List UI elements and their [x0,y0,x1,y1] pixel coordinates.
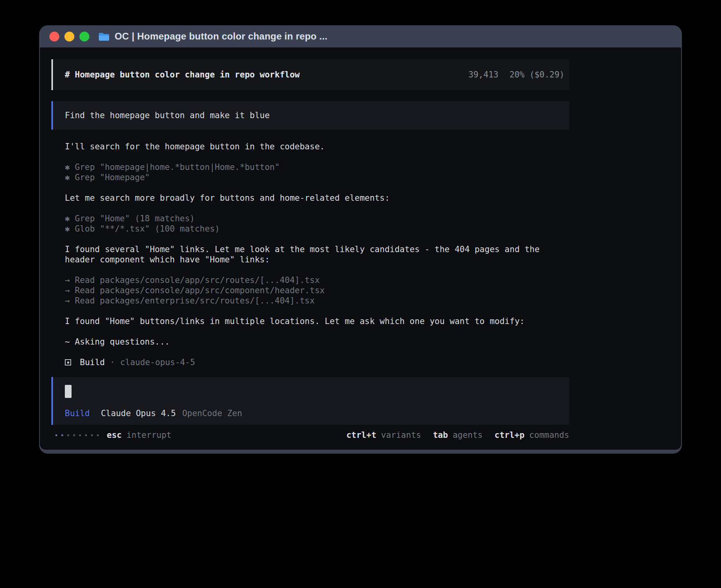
window-titlebar[interactable]: OC | Homepage button color change in rep… [40,25,681,47]
session-title: # Homepage button color change in repo w… [65,70,300,80]
spacer [65,183,569,193]
variants-key: ctrl+t [346,430,376,440]
agent-model: claude-opus-4-5 [120,357,195,368]
spacer [65,152,569,162]
user-message-text: Find the homepage button and make it blu… [65,111,270,120]
tool-call-read: → Read packages/console/app/src/routes/[… [65,275,569,285]
provider-label: OpenCode Zen [182,408,242,418]
assistant-text: Let me search more broadly for buttons a… [65,193,569,203]
prompt-input[interactable]: Build Claude Opus 4.5 OpenCode Zen [51,377,569,425]
variants-label: variants [381,430,421,440]
spacer [65,347,569,357]
build-agent-icon [65,359,71,366]
tool-call-grep: ✱ Grep "Home" (18 matches) [65,213,569,224]
terminal-content: # Homepage button color change in repo w… [40,47,681,450]
esc-key: esc [107,430,122,440]
text-cursor [65,385,72,398]
hint-variants: ctrl+tvariants [346,430,421,440]
agent-status-line: Build · claude-opus-4-5 [65,357,569,368]
commands-label: commands [529,430,569,440]
tool-call-grep: ✱ Grep "homepage|home.*button|Home.*butt… [65,162,569,172]
status-footer: escinterrupt ctrl+tvariants tabagents ct… [51,430,569,440]
separator-dot: · [110,357,115,368]
token-count: 39,413 [468,70,498,80]
hint-interrupt: escinterrupt [107,430,172,440]
spacer [65,306,569,316]
esc-label: interrupt [126,430,172,440]
tool-call-glob: ✱ Glob "**/*.tsx" (100 matches) [65,224,569,234]
context-usage: 20% ($0.29) [510,70,564,80]
zoom-button[interactable] [79,32,89,41]
hint-commands: ctrl+pcommands [495,430,569,440]
agent-name: Build [80,357,105,368]
user-message-block: Find the homepage button and make it blu… [51,101,569,130]
spacer [65,326,569,337]
mode-label: Build [65,408,90,418]
terminal-window: OC | Homepage button color change in rep… [39,25,682,454]
spacer [65,203,569,213]
spacer [65,265,569,275]
tool-call-grep: ✱ Grep "Homepage" [65,172,569,183]
minimize-button[interactable] [64,32,74,41]
agents-key: tab [433,430,448,440]
assistant-text: I'll search for the homepage button in t… [65,141,569,152]
tool-call-read: → Read packages/console/app/src/componen… [65,285,569,296]
session-header: # Homepage button color change in repo w… [51,59,569,90]
window-title: OC | Homepage button color change in rep… [115,31,327,42]
assistant-text: I found "Home" buttons/links in multiple… [65,316,569,326]
spacer [65,234,569,244]
assistant-text: I found several "Home" links. Let me loo… [65,244,569,254]
close-button[interactable] [49,32,59,41]
transcript: I'll search for the homepage button in t… [51,141,569,368]
tool-call-read: → Read packages/enterprise/src/routes/[.… [65,296,569,306]
hint-agents: tabagents [433,430,483,440]
assistant-text: header component which have "Home" links… [65,254,569,265]
agents-label: agents [453,430,483,440]
assistant-status-text: ~ Asking questions... [65,337,569,347]
model-label: Claude Opus 4.5 [101,408,176,418]
folder-icon [98,32,109,41]
spinner-dots [55,434,99,436]
commands-key: ctrl+p [495,430,525,440]
